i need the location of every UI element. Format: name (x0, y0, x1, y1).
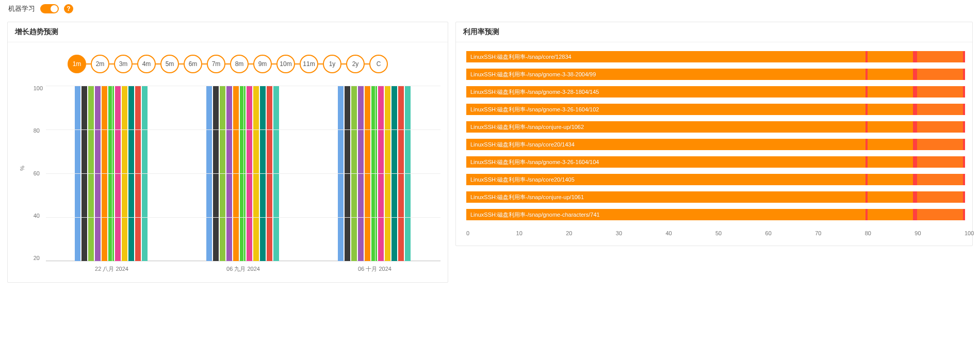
utilization-forecast-title: 利用率预测 (456, 22, 972, 42)
y-tick: 60 (34, 171, 43, 176)
range-button-6m[interactable]: 6m (184, 55, 202, 73)
growth-forecast-panel: 增长趋势预测 1m2m3m4m5m6m7m8m9m10m11m1y2yC % 1… (7, 22, 448, 283)
range-button-3m[interactable]: 3m (114, 55, 133, 73)
utilization-row-label: LinuxSSH:磁盘利用率-/snap/gnome-characters/74… (470, 211, 600, 219)
ml-label: 机器学习 (8, 4, 35, 13)
growth-forecast-title: 增长趋势预测 (8, 22, 448, 42)
range-button-4m[interactable]: 4m (137, 55, 156, 73)
ml-toggle[interactable] (40, 4, 59, 13)
time-range-selector: 1m2m3m4m5m6m7m8m9m10m11m1y2yC (15, 55, 440, 73)
range-button-11m[interactable]: 11m (300, 55, 318, 73)
hx-tick: 70 (815, 230, 865, 236)
x-tick: 06 十月 2024 (358, 265, 391, 273)
hx-tick: 10 (516, 230, 566, 236)
hx-tick: 90 (914, 230, 965, 236)
utilization-row-label: LinuxSSH:磁盘利用率-/snap/conjure-up/1062 (470, 123, 584, 131)
utilization-row-label: LinuxSSH:磁盘利用率-/snap/gnome-3-38-2004/99 (470, 71, 596, 78)
utilization-row: LinuxSSH:磁盘利用率-/snap/conjure-up/1062 (466, 120, 965, 134)
utilization-row-label: LinuxSSH:磁盘利用率-/snap/gnome-3-26-1604/104 (470, 158, 599, 166)
utilization-row: LinuxSSH:磁盘利用率-/snap/core20/1405 (466, 172, 965, 187)
utilization-row: LinuxSSH:磁盘利用率-/snap/core20/1434 (466, 137, 965, 152)
range-button-2y[interactable]: 2y (346, 55, 365, 73)
utilization-row-label: LinuxSSH:磁盘利用率-/snap/core20/1405 (470, 176, 575, 184)
y-tick: 100 (34, 86, 43, 91)
growth-bar-chart: % 10080604020 (15, 86, 440, 261)
range-button-9m[interactable]: 9m (253, 55, 272, 73)
hx-tick: 100 (965, 230, 965, 236)
range-button-1y[interactable]: 1y (323, 55, 341, 73)
utilization-row: LinuxSSH:磁盘利用率-/snap/core/12834 (466, 50, 965, 64)
top-bar: 机器学习 ? (0, 0, 980, 18)
hx-tick: 30 (616, 230, 666, 236)
range-button-2m[interactable]: 2m (91, 55, 109, 73)
utilization-row: LinuxSSH:磁盘利用率-/snap/gnome-3-38-2004/99 (466, 67, 965, 82)
hx-tick: 20 (566, 230, 616, 236)
range-button-C[interactable]: C (369, 55, 388, 73)
utilization-row: LinuxSSH:磁盘利用率-/snap/gnome-3-26-1604/102 (466, 102, 965, 117)
utilization-row: LinuxSSH:磁盘利用率-/snap/conjure-up/1061 (466, 190, 965, 204)
utilization-row-label: LinuxSSH:磁盘利用率-/snap/core20/1434 (470, 141, 575, 149)
utilization-row: LinuxSSH:磁盘利用率-/snap/gnome-3-28-1804/145 (466, 85, 965, 99)
y-tick: 20 (34, 255, 43, 261)
hx-tick: 80 (865, 230, 915, 236)
hx-tick: 0 (466, 230, 516, 236)
range-button-8m[interactable]: 8m (230, 55, 249, 73)
x-tick: 22 八月 2024 (95, 265, 128, 273)
utilization-row-label: LinuxSSH:磁盘利用率-/snap/core/12834 (470, 53, 571, 61)
utilization-forecast-panel: 利用率预测 LinuxSSH:磁盘利用率-/snap/core/12834Lin… (455, 22, 973, 246)
utilization-row-label: LinuxSSH:磁盘利用率-/snap/gnome-3-26-1604/102 (470, 106, 599, 113)
utilization-row-label: LinuxSSH:磁盘利用率-/snap/gnome-3-28-1804/145 (470, 88, 599, 96)
y-tick: 80 (34, 128, 43, 134)
hx-tick: 50 (715, 230, 765, 236)
utilization-row: LinuxSSH:磁盘利用率-/snap/gnome-characters/74… (466, 207, 965, 222)
range-button-10m[interactable]: 10m (276, 55, 295, 73)
range-button-1m[interactable]: 1m (68, 55, 86, 73)
utilization-row: LinuxSSH:磁盘利用率-/snap/gnome-3-26-1604/104 (466, 155, 965, 169)
y-tick: 40 (34, 213, 43, 219)
x-tick: 06 九月 2024 (226, 265, 260, 273)
hx-tick: 60 (765, 230, 815, 236)
utilization-row-label: LinuxSSH:磁盘利用率-/snap/conjure-up/1061 (470, 193, 584, 201)
y-axis-label: % (19, 166, 25, 171)
help-icon[interactable]: ? (64, 4, 73, 13)
hx-tick: 40 (665, 230, 715, 236)
utilization-hbar-chart: LinuxSSH:磁盘利用率-/snap/core/12834LinuxSSH:… (463, 47, 965, 227)
range-button-7m[interactable]: 7m (207, 55, 225, 73)
range-button-5m[interactable]: 5m (160, 55, 179, 73)
